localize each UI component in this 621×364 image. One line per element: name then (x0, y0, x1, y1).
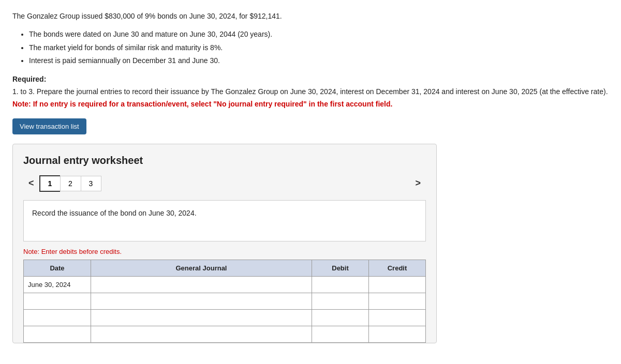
date-cell-3 (24, 310, 91, 326)
credit-input-3[interactable] (369, 310, 425, 326)
tab-prev-button[interactable]: < (23, 175, 39, 192)
credit-input-2[interactable] (369, 293, 425, 309)
date-cell-4 (24, 326, 91, 343)
credit-input-4[interactable] (369, 326, 425, 342)
bullet-list: The bonds were dated on June 30 and matu… (29, 28, 609, 67)
journal-input-2[interactable] (91, 293, 312, 309)
worksheet-title: Journal entry worksheet (23, 155, 426, 166)
debit-input-4[interactable] (312, 326, 368, 342)
tab-row: < 1 2 3 > (23, 175, 426, 192)
table-row (24, 326, 426, 343)
date-cell-1: June 30, 2024 (24, 277, 91, 293)
debit-cell-1[interactable] (312, 277, 369, 293)
required-text: 1. to 3. Prepare the journal entries to … (12, 87, 608, 96)
credit-cell-3[interactable] (369, 310, 426, 326)
note-red-text: Note: If no entry is required for a tran… (12, 100, 392, 108)
table-row (24, 310, 426, 326)
tab-section: 1 2 3 (39, 175, 101, 192)
table-row (24, 293, 426, 310)
table-header-row: Date General Journal Debit Credit (24, 260, 426, 277)
header-journal: General Journal (91, 260, 312, 277)
table-row: June 30, 2024 (24, 277, 426, 293)
debit-input-3[interactable] (312, 310, 368, 326)
required-label: Required: (12, 75, 46, 83)
date-cell-2 (24, 293, 91, 310)
credit-cell-2[interactable] (369, 293, 426, 310)
worksheet-container: Journal entry worksheet < 1 2 3 > Record… (12, 144, 437, 343)
journal-cell-2[interactable] (91, 293, 312, 310)
credit-cell-1[interactable] (369, 277, 426, 293)
view-transaction-button[interactable]: View transaction list (12, 118, 86, 134)
header-credit: Credit (369, 260, 426, 277)
credit-input-1[interactable] (369, 277, 425, 293)
journal-table: Date General Journal Debit Credit June 3… (23, 260, 426, 343)
journal-cell-4[interactable] (91, 326, 312, 343)
debit-input-2[interactable] (312, 293, 368, 309)
problem-intro: The Gonzalez Group issued $830,000 of 9%… (12, 10, 609, 22)
tab-2-button[interactable]: 2 (60, 176, 81, 191)
tab-3-button[interactable]: 3 (81, 176, 101, 191)
journal-cell-1[interactable] (91, 277, 312, 293)
note-debits: Note: Enter debits before credits. (23, 248, 426, 255)
journal-input-4[interactable] (91, 326, 312, 342)
header-debit: Debit (312, 260, 369, 277)
bullet-item-2: The market yield for bonds of similar ri… (29, 41, 609, 54)
debit-cell-3[interactable] (312, 310, 369, 326)
journal-input-1[interactable] (91, 277, 312, 293)
debit-cell-2[interactable] (312, 293, 369, 310)
debit-cell-4[interactable] (312, 326, 369, 343)
required-section: Required: 1. to 3. Prepare the journal e… (12, 73, 609, 110)
credit-cell-4[interactable] (369, 326, 426, 343)
bullet-item-1: The bonds were dated on June 30 and matu… (29, 28, 609, 41)
debit-input-1[interactable] (312, 277, 368, 293)
tab-next-button[interactable]: > (410, 175, 426, 192)
record-description-box: Record the issuance of the bond on June … (23, 200, 426, 241)
record-description-text: Record the issuance of the bond on June … (32, 209, 197, 217)
header-date: Date (24, 260, 91, 277)
journal-input-3[interactable] (91, 310, 312, 326)
bullet-item-3: Interest is paid semiannually on Decembe… (29, 54, 609, 67)
journal-cell-3[interactable] (91, 310, 312, 326)
tab-1-button[interactable]: 1 (39, 175, 60, 192)
